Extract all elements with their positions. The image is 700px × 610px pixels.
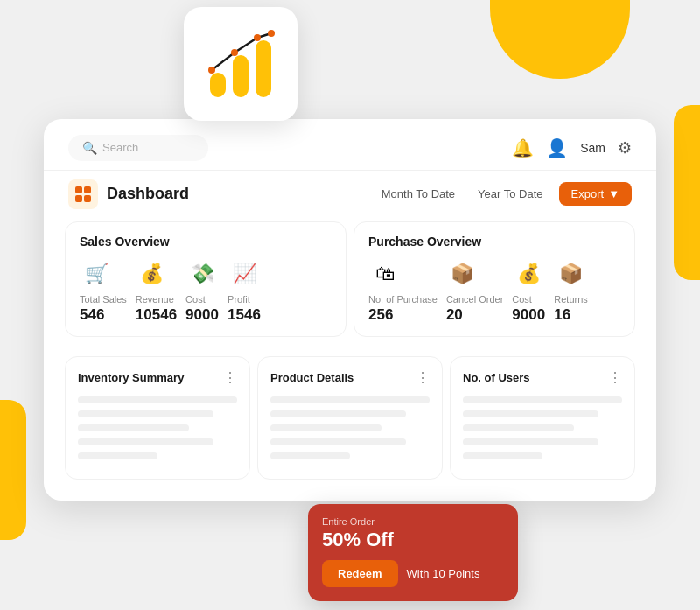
purchase-metric-label-3: Returns (554, 294, 588, 305)
skeleton-line (78, 424, 189, 431)
dashboard-title: Dashboard (68, 179, 189, 209)
title-row: Dashboard Month To Date Year To Date Exp… (44, 171, 656, 218)
svg-point-5 (254, 34, 261, 41)
bottom-section-header-2: No. of Users ⋮ (463, 369, 622, 386)
export-button[interactable]: Export ▼ (559, 182, 632, 206)
sales-metrics-row: 🛒 Total Sales 546 💰 Revenue 10546 💸 Cost… (80, 257, 332, 324)
sales-metric-value-0: 546 (80, 306, 104, 324)
sales-metric-icon-0: 🛒 (80, 257, 113, 291)
skeleton-line (463, 396, 622, 403)
sales-overview-title: Sales Overview (80, 235, 332, 249)
purchase-metric-value-1: 20 (446, 306, 463, 324)
with-points-label: With 10 Points (407, 567, 480, 580)
purchase-metric-value-3: 16 (554, 306, 570, 324)
sales-metric-item: 💸 Cost 9000 (186, 257, 219, 324)
skeleton-line (463, 410, 598, 417)
skeleton-line (270, 438, 406, 445)
skeleton-line (463, 452, 542, 459)
sales-metric-label-2: Cost (186, 294, 206, 305)
purchase-metric-value-0: 256 (368, 306, 393, 324)
purchase-metric-icon-0: 🛍 (368, 257, 402, 291)
page-title: Dashboard (107, 185, 189, 203)
bottom-section-2: No. of Users ⋮ (450, 356, 635, 480)
skeleton-line (463, 424, 574, 431)
sales-metric-label-1: Revenue (136, 294, 174, 305)
skeleton-line (270, 396, 430, 403)
skeleton-line (270, 452, 350, 459)
skeleton-line (270, 410, 406, 417)
filter-month-button[interactable]: Month To Date (374, 184, 462, 204)
purchase-metric-item: 💰 Cost 9000 (512, 257, 545, 324)
purchase-metric-item: 🛍 No. of Purchase 256 (368, 257, 438, 324)
sales-metric-icon-1: 💰 (136, 257, 169, 291)
chart-icon-popup (184, 7, 298, 121)
overview-row: Sales Overview 🛒 Total Sales 546 💰 Reven… (44, 218, 656, 353)
purchase-metric-value-2: 9000 (512, 306, 545, 324)
skeleton-line (78, 438, 214, 445)
settings-icon[interactable]: ⚙ (618, 138, 632, 158)
svg-point-4 (231, 49, 238, 56)
purchase-metric-item: 📦 Cancel Order 20 (446, 257, 503, 324)
sales-metric-item: 🛒 Total Sales 546 (80, 257, 127, 324)
skeleton-line (78, 396, 237, 403)
sales-metric-label-0: Total Sales (80, 294, 127, 305)
svg-point-3 (208, 67, 215, 74)
search-icon: 🔍 (82, 141, 97, 155)
bottom-section-header-0: Inventory Summary ⋮ (78, 369, 237, 386)
bottom-section-title-1: Product Details (270, 371, 354, 384)
user-name: Sam (580, 141, 606, 155)
yellow-blob-left (0, 400, 26, 540)
chart-svg (201, 25, 280, 103)
sales-metric-item: 💰 Revenue 10546 (136, 257, 177, 324)
sales-overview-section: Sales Overview 🛒 Total Sales 546 💰 Reven… (65, 221, 346, 337)
bottom-row: Inventory Summary ⋮ Product Details ⋮ No… (44, 353, 656, 501)
user-avatar: 👤 (546, 137, 568, 158)
header-right: 🔔 👤 Sam ⚙ (512, 137, 632, 158)
search-bar[interactable]: 🔍 Search (68, 135, 208, 161)
sales-metric-value-3: 1546 (228, 306, 261, 324)
chevron-down-icon: ▼ (608, 187, 620, 200)
bottom-section-title-2: No. of Users (463, 371, 530, 384)
svg-point-6 (268, 30, 275, 37)
sales-metric-label-3: Profit (228, 294, 250, 305)
purchase-metric-item: 📦 Returns 16 (554, 257, 588, 324)
purchase-metrics-row: 🛍 No. of Purchase 256 📦 Cancel Order 20 … (368, 257, 620, 324)
sales-metric-item: 📈 Profit 1546 (228, 257, 261, 324)
filter-year-button[interactable]: Year To Date (471, 184, 550, 204)
purchase-metric-icon-1: 📦 (446, 257, 480, 291)
bottom-section-0: Inventory Summary ⋮ (65, 356, 250, 480)
purchase-overview-section: Purchase Overview 🛍 No. of Purchase 256 … (354, 221, 635, 337)
purchase-metric-icon-2: 💰 (512, 257, 545, 291)
svg-rect-2 (256, 40, 271, 97)
sales-metric-icon-2: 💸 (186, 257, 219, 291)
header: 🔍 Search 🔔 👤 Sam ⚙ (44, 119, 656, 171)
sales-metric-icon-3: 📈 (228, 257, 261, 291)
bottom-section-1: Product Details ⋮ (257, 356, 443, 480)
skeleton-line (463, 438, 598, 445)
purchase-metric-label-2: Cost (512, 294, 532, 305)
bottom-section-title-0: Inventory Summary (78, 371, 184, 384)
more-options-icon-0[interactable]: ⋮ (223, 369, 237, 386)
promo-card: Entire Order 50% Off Redeem With 10 Poin… (308, 504, 518, 601)
yellow-blob-right (674, 105, 700, 280)
yellow-blob-top (490, 0, 630, 79)
more-options-icon-2[interactable]: ⋮ (608, 369, 622, 386)
export-label: Export (571, 187, 605, 200)
purchase-overview-title: Purchase Overview (368, 235, 620, 249)
svg-rect-0 (210, 73, 226, 97)
bell-icon[interactable]: 🔔 (512, 137, 534, 158)
purchase-metric-icon-3: 📦 (554, 257, 587, 291)
skeleton-line (270, 424, 382, 431)
skeleton-line (78, 410, 214, 417)
bottom-section-header-1: Product Details ⋮ (270, 369, 430, 386)
main-card: 🔍 Search 🔔 👤 Sam ⚙ Dashboard Month To D (44, 119, 656, 501)
purchase-metric-label-1: Cancel Order (446, 294, 503, 305)
more-options-icon-1[interactable]: ⋮ (416, 369, 430, 386)
redeem-button[interactable]: Redeem (322, 560, 398, 587)
promo-action-row: Redeem With 10 Points (322, 560, 504, 587)
title-actions: Month To Date Year To Date Export ▼ (374, 182, 632, 206)
svg-rect-1 (233, 55, 248, 97)
promo-label: Entire Order (322, 516, 504, 527)
purchase-metric-label-0: No. of Purchase (368, 294, 438, 305)
search-text: Search (102, 141, 138, 154)
